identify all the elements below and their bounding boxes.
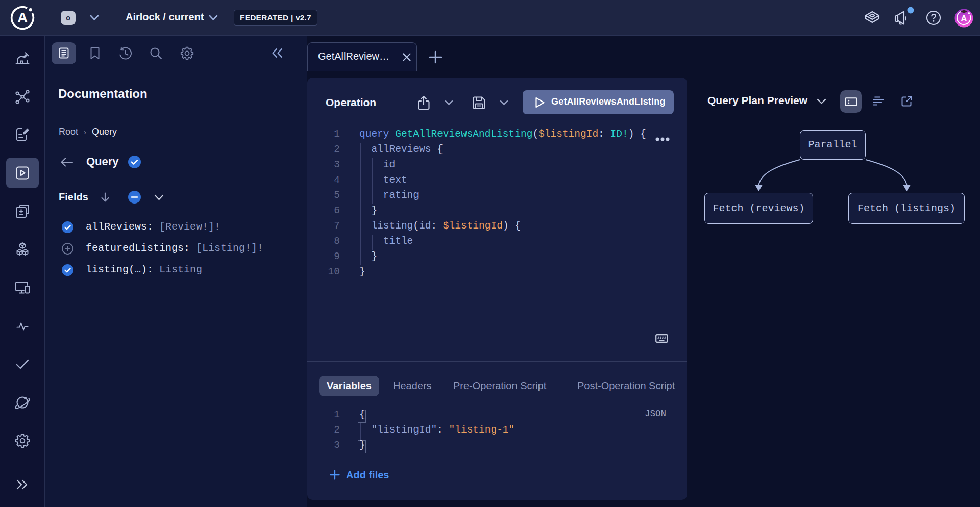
- svg-text:A: A: [961, 14, 967, 23]
- svg-text:A: A: [17, 10, 28, 26]
